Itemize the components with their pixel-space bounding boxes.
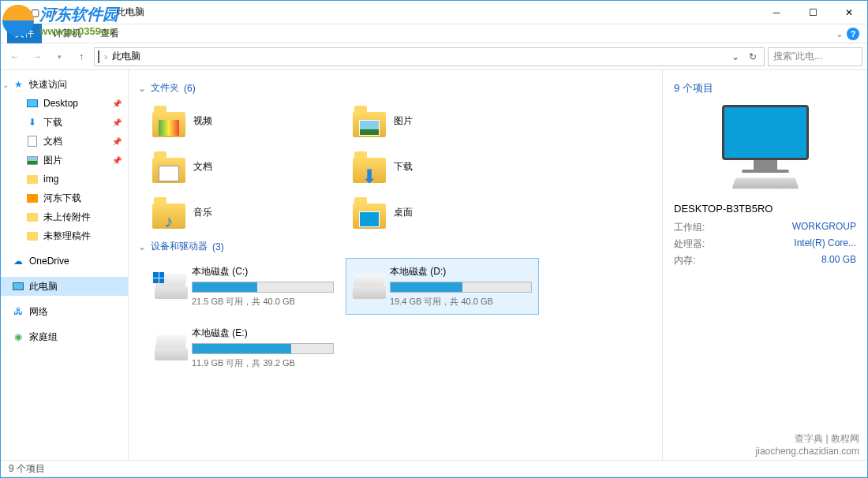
sidebar-downloads[interactable]: ⬇下载📌 (1, 113, 128, 132)
keyboard-icon (731, 177, 799, 189)
refresh-button[interactable]: ↻ (745, 49, 761, 65)
breadcrumb-sep: › (104, 51, 107, 62)
statusbar: 9 个项目 (1, 460, 867, 477)
download-icon: ⬇ (26, 116, 39, 129)
folder-desktop[interactable]: 桌面 (348, 191, 545, 233)
drive-bar (192, 282, 334, 293)
desktop-icon (26, 97, 39, 110)
forward-button[interactable]: → (28, 47, 47, 66)
sidebar-documents[interactable]: 文档📌 (1, 132, 128, 151)
folder-label: 图片 (394, 114, 413, 128)
sidebar-img[interactable]: img (1, 170, 128, 189)
network-icon: 🖧 (12, 305, 24, 318)
monitor-icon (722, 105, 809, 160)
folder-music[interactable]: ♪音乐 (148, 191, 345, 233)
navbar: ← → ▾ ↑ › 此电脑 ⌄ ↻ 搜索"此电... (1, 43, 867, 70)
details-title: 9 个项目 (674, 81, 856, 95)
pin-icon: 📌 (112, 156, 122, 165)
drive-text: 21.5 GB 可用，共 40.0 GB (192, 296, 334, 308)
qat-icon-1[interactable]: ▢ (6, 4, 23, 21)
tab-view[interactable]: 查看 (92, 24, 127, 43)
pc-icon (98, 51, 99, 62)
quick-access-toolbar: ▢ ▢ ▾ (1, 4, 69, 21)
sidebar-homegroup[interactable]: ◉家庭组 (1, 327, 128, 346)
address-dropdown[interactable]: ⌄ (728, 49, 743, 65)
video-folder-icon (152, 104, 185, 137)
status-text: 9 个项目 (9, 462, 45, 476)
sidebar-desktop[interactable]: Desktop📌 (1, 94, 128, 113)
back-button[interactable]: ← (6, 47, 24, 66)
drive-text: 19.4 GB 可用，共 40.0 GB (390, 296, 532, 308)
recent-chevron[interactable]: ▾ (50, 47, 69, 66)
pin-icon: 📌 (112, 118, 122, 127)
body: ⌄★快速访问 Desktop📌 ⬇下载📌 文档📌 图片📌 img 河东下载 未上… (1, 70, 867, 460)
folder-label: 视频 (193, 114, 212, 128)
sidebar-pictures[interactable]: 图片📌 (1, 151, 128, 170)
pc-visual (674, 105, 856, 190)
drive-item[interactable]: 本地磁盘 (D:)19.4 GB 可用，共 40.0 GB (346, 258, 539, 315)
up-button[interactable]: ↑ (72, 47, 91, 66)
sidebar-thispc[interactable]: 此电脑 (1, 277, 128, 296)
drive-item[interactable]: 本地磁盘 (E:)11.9 GB 可用，共 39.2 GB (148, 319, 341, 376)
breadcrumb-thispc[interactable]: 此电脑 (112, 50, 140, 63)
group-devices[interactable]: ⌄ 设备和驱动器 (3) (138, 233, 653, 258)
folder-icon (26, 192, 39, 204)
drive-icon (353, 274, 382, 299)
drive-name: 本地磁盘 (E:) (192, 327, 334, 340)
drive-name: 本地磁盘 (D:) (390, 265, 532, 278)
address-bar[interactable]: › 此电脑 ⌄ ↻ (94, 47, 765, 66)
qat-chevron[interactable]: ▾ (47, 4, 64, 21)
pc-name: DESKTOP-B3TB5RO (674, 203, 856, 215)
sidebar-item-label: 未上传附件 (43, 211, 91, 224)
folder-documents[interactable]: 文档 (148, 145, 345, 188)
drive-bar (192, 343, 334, 354)
folder-video[interactable]: 视频 (148, 99, 345, 142)
content-area: ⌄ 文件夹 (6) 视频 图片 文档 ⬇下载 ♪音乐 桌面 ⌄ 设备和驱动器 (… (129, 70, 662, 460)
desktop-folder-icon (353, 196, 386, 229)
picture-icon (26, 154, 39, 166)
search-input[interactable]: 搜索"此电... (768, 47, 862, 66)
group-folders[interactable]: ⌄ 文件夹 (6) (138, 75, 653, 99)
sidebar-unuploaded[interactable]: 未上传附件 (1, 207, 128, 226)
group-label: 文件夹 (151, 81, 179, 95)
documents-folder-icon (152, 150, 185, 183)
chevron-down-icon: ⌄ (836, 28, 844, 39)
sidebar-item-label: 图片 (43, 154, 62, 167)
sidebar-unsorted[interactable]: 未整理稿件 (1, 226, 128, 245)
folder-label: 桌面 (394, 206, 413, 219)
chevron-icon: ⌄ (2, 80, 9, 89)
tab-file[interactable]: 文件 (7, 24, 42, 43)
ribbon-expand[interactable]: ⌄ ? (828, 28, 867, 40)
pin-icon: 📌 (112, 99, 122, 108)
folder-icon (26, 173, 39, 185)
titlebar: ▢ ▢ ▾ 此电脑 ─ ☐ ✕ (1, 1, 867, 24)
homegroup-icon: ◉ (12, 330, 24, 343)
pictures-folder-icon (353, 104, 386, 137)
sidebar-hedong[interactable]: 河东下载 (1, 189, 128, 207)
folder-label: 文档 (193, 160, 212, 174)
qat-icon-2[interactable]: ▢ (26, 4, 43, 21)
sidebar-item-label: 文档 (43, 135, 62, 148)
sidebar-network[interactable]: 🖧网络 (1, 302, 128, 321)
folder-downloads[interactable]: ⬇下载 (348, 145, 545, 188)
close-button[interactable]: ✕ (831, 1, 867, 24)
tab-computer[interactable]: 计算机 (45, 24, 89, 43)
group-count: (6) (184, 83, 196, 94)
sidebar-item-label: OneDrive (29, 256, 69, 267)
sidebar-quick-access[interactable]: ⌄★快速访问 (1, 75, 128, 94)
window-title: 此电脑 (116, 6, 144, 19)
folder-label: 下载 (394, 160, 413, 174)
folder-pictures[interactable]: 图片 (348, 99, 545, 142)
group-count: (3) (212, 241, 224, 252)
folder-icon (26, 230, 39, 242)
help-icon[interactable]: ? (847, 28, 859, 40)
minimize-button[interactable]: ─ (758, 1, 795, 24)
drive-grid: 本地磁盘 (C:)21.5 GB 可用，共 40.0 GB本地磁盘 (D:)19… (148, 258, 653, 376)
sidebar-onedrive[interactable]: ☁OneDrive (1, 252, 128, 271)
sidebar: ⌄★快速访问 Desktop📌 ⬇下载📌 文档📌 图片📌 img 河东下载 未上… (1, 70, 129, 460)
drive-item[interactable]: 本地磁盘 (C:)21.5 GB 可用，共 40.0 GB (148, 258, 341, 315)
maximize-button[interactable]: ☐ (795, 1, 831, 24)
drive-icon (155, 274, 184, 299)
pin-icon: 📌 (112, 137, 122, 146)
prop-cpu: 处理器:Intel(R) Core... (674, 237, 856, 251)
